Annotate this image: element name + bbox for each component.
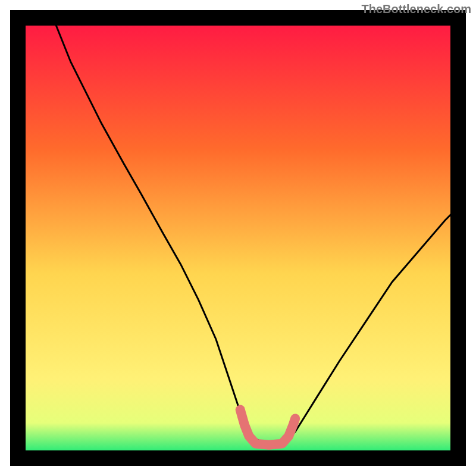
chart-container: TheBottleneck.com — [0, 0, 476, 476]
watermark-text: TheBottleneck.com — [362, 2, 471, 16]
plot-background — [18, 18, 458, 458]
chart-svg — [0, 0, 476, 476]
